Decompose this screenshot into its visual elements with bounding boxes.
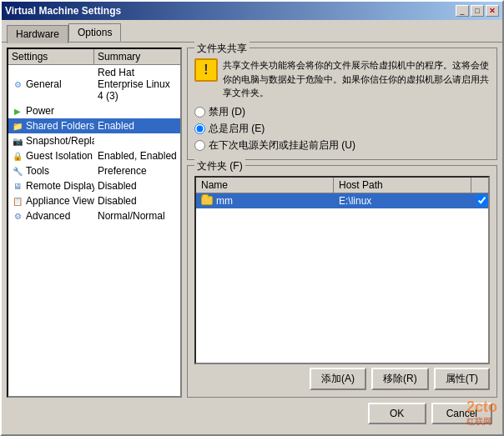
radio-always-enabled[interactable]: 总是启用 (E) — [194, 122, 490, 136]
tab-bar: Hardware Options — [2, 20, 502, 42]
maximize-button[interactable]: □ — [471, 5, 484, 17]
close-button[interactable]: ✕ — [486, 5, 499, 17]
file-name-cell: mm — [196, 193, 334, 208]
minimize-button[interactable]: _ — [456, 5, 469, 17]
tools-value: Preference — [94, 163, 180, 178]
file-enabled-checkbox[interactable] — [476, 195, 487, 206]
title-bar: Virtual Machine Settings _ □ ✕ — [2, 2, 502, 20]
tab-options[interactable]: Options — [68, 23, 121, 42]
remote-display-icon: 🖥 — [12, 180, 23, 192]
title-controls: _ □ ✕ — [456, 5, 499, 17]
right-panel: 文件夹共享 ! 共享文件夹功能将会将你的文件展示给虚拟机中的程序。这将会使你的电… — [187, 48, 497, 398]
shared-folders-value: Enabled — [94, 118, 180, 133]
col-enabled — [471, 178, 488, 193]
radio-group: 禁用 (D) 总是启用 (E) 在下次电源关闭或挂起前启用 (U) — [194, 105, 490, 153]
files-list-header: Name Host Path — [196, 178, 488, 193]
settings-item-advanced[interactable]: ⚙ Advanced Normal/Normal — [8, 208, 180, 223]
sharing-group-title: 文件夹共享 — [194, 42, 249, 56]
remote-display-value: Disabled — [94, 178, 180, 193]
shared-folders-icon: 📁 — [12, 120, 23, 132]
settings-list: Settings Summary ⚙ General Red Hat Enter… — [7, 48, 182, 398]
general-icon: ⚙ — [12, 78, 23, 90]
settings-items: ⚙ General Red Hat Enterprise Linux 4 (3)… — [8, 65, 180, 396]
col-summary: Summary — [94, 49, 180, 64]
settings-item-power[interactable]: ▶ Power — [8, 103, 180, 118]
settings-item-remote-display[interactable]: 🖥 Remote Display Disabled — [8, 178, 180, 193]
radio-always-enabled-input[interactable] — [194, 123, 205, 134]
file-enabled-cell — [471, 193, 488, 208]
settings-item-snapshot[interactable]: 📷 Snapshot/Replay — [8, 133, 180, 148]
radio-disabled-input[interactable] — [194, 107, 205, 118]
radio-poweroff-enable[interactable]: 在下次电源关闭或挂起前启用 (U) — [194, 138, 490, 153]
info-text: 共享文件夹功能将会将你的文件展示给虚拟机中的程序。这将会使你的电脑与数据处于危险… — [223, 58, 490, 100]
content-row: Settings Summary ⚙ General Red Hat Enter… — [7, 48, 497, 398]
files-list-container: Name Host Path mm E:\linux — [194, 176, 490, 365]
folder-icon — [201, 196, 213, 205]
remove-button[interactable]: 移除(R) — [371, 368, 429, 390]
guest-isolation-value: Enabled, Enabled — [94, 148, 180, 163]
properties-button[interactable]: 属性(T) — [434, 368, 490, 390]
files-buttons-row: 添加(A) 移除(R) 属性(T) — [194, 368, 490, 390]
add-button[interactable]: 添加(A) — [310, 368, 366, 390]
snapshot-value — [94, 133, 180, 148]
settings-item-general[interactable]: ⚙ General Red Hat Enterprise Linux 4 (3) — [8, 65, 180, 103]
power-value — [94, 103, 180, 118]
appliance-view-icon: 📋 — [12, 195, 23, 207]
sharing-group: 文件夹共享 ! 共享文件夹功能将会将你的文件展示给虚拟机中的程序。这将会使你的电… — [187, 48, 497, 160]
cancel-button[interactable]: Cancel — [431, 403, 492, 424]
advanced-value: Normal/Normal — [94, 208, 180, 223]
snapshot-icon: 📷 — [12, 135, 23, 147]
settings-item-guest-isolation[interactable]: 🔒 Guest Isolation Enabled, Enabled — [8, 148, 180, 163]
power-icon: ▶ — [12, 105, 23, 117]
col-settings: Settings — [8, 49, 94, 64]
radio-poweroff-enable-input[interactable] — [194, 140, 205, 151]
radio-disabled[interactable]: 禁用 (D) — [194, 105, 490, 119]
main-content: Settings Summary ⚙ General Red Hat Enter… — [2, 42, 502, 434]
settings-item-tools[interactable]: 🔧 Tools Preference — [8, 163, 180, 178]
file-row-0[interactable]: mm E:\linux — [196, 193, 488, 208]
ok-button[interactable]: OK — [368, 403, 426, 424]
list-header: Settings Summary — [8, 49, 180, 65]
main-window: Virtual Machine Settings _ □ ✕ Hardware … — [0, 0, 504, 436]
col-host-path: Host Path — [334, 178, 471, 193]
tools-icon: 🔧 — [12, 165, 23, 177]
warning-icon: ! — [194, 58, 218, 82]
window-title: Virtual Machine Settings — [5, 5, 121, 17]
general-value: Red Hat Enterprise Linux 4 (3) — [94, 65, 180, 103]
settings-item-appliance-view[interactable]: 📋 Appliance View Disabled — [8, 193, 180, 208]
files-group: 文件夹 (F) Name Host Path mm E:\l — [187, 165, 497, 398]
dialog-bottom: OK Cancel — [7, 398, 497, 429]
info-row: ! 共享文件夹功能将会将你的文件展示给虚拟机中的程序。这将会使你的电脑与数据处于… — [194, 58, 490, 100]
tab-hardware[interactable]: Hardware — [7, 25, 68, 43]
appliance-view-value: Disabled — [94, 193, 180, 208]
settings-item-shared-folders[interactable]: 📁 Shared Folders Enabled — [8, 118, 180, 133]
file-path-cell: E:\linux — [334, 193, 471, 208]
guest-isolation-icon: 🔒 — [12, 150, 23, 162]
files-group-title: 文件夹 (F) — [194, 159, 245, 173]
advanced-icon: ⚙ — [12, 210, 23, 222]
col-name: Name — [196, 178, 334, 193]
